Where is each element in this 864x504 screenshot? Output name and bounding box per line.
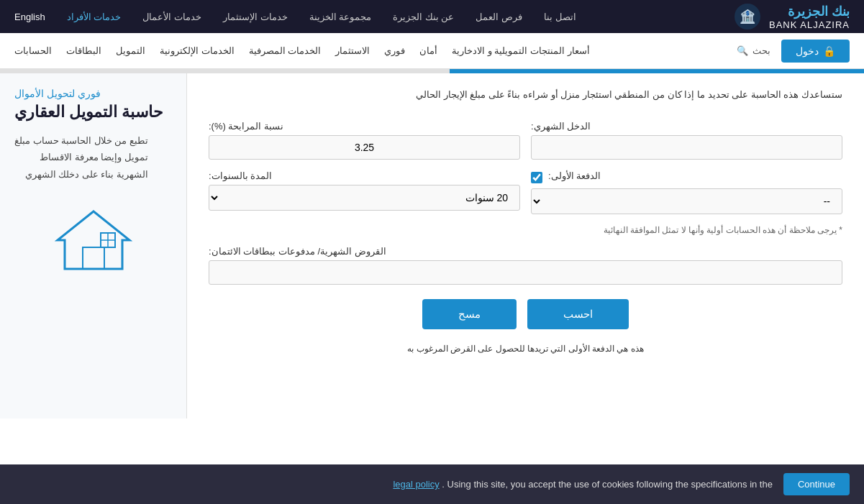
profit-rate-field: نسبة المرابحة (%):: [209, 121, 520, 160]
logo-text: بنك الجزيرة BANK ALJAZIRA: [769, 4, 850, 30]
down-payment-label: الدفعة الأولى:: [548, 170, 601, 181]
nav-link-business[interactable]: خدمات الأعمال: [142, 12, 201, 22]
fawri-label: فوري لتحويل الأموال: [14, 88, 101, 99]
nav-link-treasury[interactable]: مجموعة الخزينة: [309, 12, 372, 22]
monthly-loans-field: القروض الشهرية/ مدفوعات ببطاقات الائتمان…: [209, 246, 842, 285]
secondary-nav-links: أسعار المنتجات التمويلية و الادخارية أما…: [14, 42, 590, 60]
profit-rate-input[interactable]: [209, 135, 520, 160]
nav-savings-prices[interactable]: أسعار المنتجات التمويلية و الادخارية: [452, 42, 589, 60]
svg-marker-2: [58, 211, 129, 269]
profit-rate-label: نسبة المرابحة (%):: [209, 121, 283, 132]
form-buttons: احسب مسح: [209, 299, 842, 329]
secondary-navigation: 🔒 دخول بحث 🔍 أسعار المنتجات التمويلية و …: [0, 33, 864, 69]
nav-accounts[interactable]: الحسابات: [14, 42, 52, 60]
monthly-income-field: الدخل الشهري:: [531, 121, 842, 160]
bottom-note: هذه هي الدفعة الأولى التي تريدها للحصول …: [209, 344, 842, 354]
notice-text: ستساعدك هذه الحاسبة على تحديد ما إذا كان…: [209, 88, 842, 103]
nav-investment[interactable]: الاستثمار: [335, 42, 370, 60]
search-icon: 🔍: [737, 45, 748, 56]
down-payment-select[interactable]: --: [531, 188, 842, 214]
monthly-income-input[interactable]: [531, 135, 842, 160]
house-icon: [50, 204, 137, 276]
duration-label: المدة بالسنوات:: [209, 170, 272, 181]
login-button[interactable]: 🔒 دخول: [781, 40, 850, 63]
nav-banking-services[interactable]: الخدمات المصرفية: [249, 42, 322, 60]
logo: بنك الجزيرة BANK ALJAZIRA 🏦: [733, 2, 850, 31]
calculate-button[interactable]: احسب: [527, 299, 629, 329]
logo-arabic: بنك الجزيرة: [769, 4, 850, 19]
language-button[interactable]: English: [14, 12, 45, 22]
nav-aman[interactable]: أمان: [419, 42, 437, 60]
sidebar-title: حاسبة التمويل العقاري: [14, 103, 163, 122]
lock-icon: 🔒: [823, 45, 835, 57]
down-payment-checkbox-row: الدفعة الأولى:: [531, 170, 601, 185]
top-navigation: بنك الجزيرة BANK ALJAZIRA 🏦 اتصل بنا فرص…: [0, 0, 864, 33]
top-nav-links: اتصل بنا فرص العمل عن بنك الجزيرة مجموعة…: [14, 12, 576, 22]
monthly-loans-label: القروض الشهرية/ مدفوعات ببطاقات الائتمان…: [209, 246, 386, 257]
nav-fawri[interactable]: فوري: [384, 42, 405, 60]
nav-link-investment[interactable]: خدمات الإستثمار: [223, 12, 288, 22]
sidebar-description: تطبع من خلال الحاسبة حساب مبلغ تمويل وإي…: [14, 132, 148, 183]
search-area[interactable]: بحث 🔍: [737, 45, 770, 56]
monthly-income-label: الدخل الشهري:: [531, 121, 591, 132]
nav-finance[interactable]: التمويل: [116, 42, 145, 60]
nav-link-careers[interactable]: فرص العمل: [476, 12, 522, 22]
monthly-loans-input[interactable]: [209, 260, 842, 285]
svg-rect-3: [83, 247, 104, 269]
disclaimer-text: * يرجى ملاحظة أن هذه الحسابات أولية وأنه…: [209, 225, 842, 235]
reset-button[interactable]: مسح: [422, 299, 517, 329]
nav-link-about[interactable]: عن بنك الجزيرة: [393, 12, 454, 22]
calculator-section: ستساعدك هذه الحاسبة على تحديد ما إذا كان…: [187, 73, 864, 418]
bank-logo-icon: 🏦: [733, 2, 762, 31]
logo-english: BANK ALJAZIRA: [769, 19, 850, 30]
down-payment-field: الدفعة الأولى: --: [531, 170, 842, 214]
nav-link-contact[interactable]: اتصل بنا: [544, 12, 576, 22]
nav-cards[interactable]: البطاقات: [66, 42, 101, 60]
nav-eservices[interactable]: الخدمات الإلكترونية: [160, 42, 235, 60]
main-content: ستساعدك هذه الحاسبة على تحديد ما إذا كان…: [0, 73, 864, 418]
duration-field: المدة بالسنوات: 20 سنوات: [209, 170, 520, 214]
form-grid: الدخل الشهري: نسبة المرابحة (%): الدفعة …: [209, 121, 842, 214]
down-payment-checkbox[interactable]: [531, 172, 542, 183]
nav-link-personal[interactable]: خدمات الأفراد: [67, 12, 122, 22]
svg-text:🏦: 🏦: [740, 9, 756, 24]
right-sidebar: فوري لتحويل الأموال حاسبة التمويل العقار…: [0, 73, 187, 418]
duration-select[interactable]: 20 سنوات: [209, 185, 520, 211]
